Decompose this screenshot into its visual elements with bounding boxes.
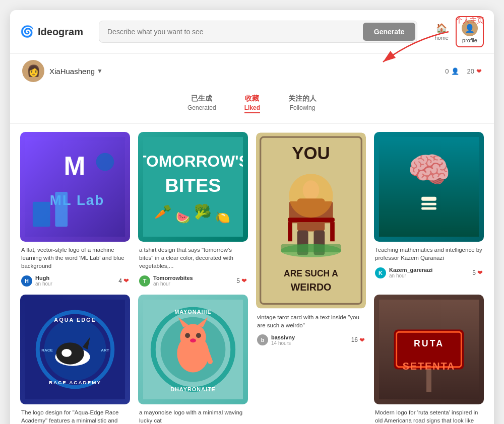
svg-rect-7 bbox=[55, 192, 68, 227]
gallery-item-1[interactable]: M ML Lab A flat, vector-style logo of a … bbox=[20, 132, 130, 287]
gallery-item-2[interactable]: TOMORROW'S BITES 🥕 🍉 🥦 🍋 a tshirt design… bbox=[138, 132, 248, 287]
image-ml: M ML Lab bbox=[20, 132, 130, 242]
svg-point-53 bbox=[180, 324, 206, 350]
svg-rect-29 bbox=[281, 244, 341, 252]
author-name-3: bassivny bbox=[271, 334, 348, 340]
image-aqua: AQUA EDGE RACE ART RACE ACADEMY bbox=[20, 295, 130, 404]
like-count-3: 16 bbox=[351, 336, 358, 343]
gallery-image-1: M ML Lab bbox=[20, 132, 130, 242]
heart-icon-4: ❤ bbox=[477, 269, 483, 276]
gallery-caption-3: vintage tarot card with a text inside "y… bbox=[256, 309, 366, 331]
post-time-2: an hour bbox=[153, 281, 233, 287]
logo[interactable]: 🌀 Ideogram bbox=[20, 25, 91, 38]
gallery-caption-4: Teaching mathematics and intelligence by… bbox=[374, 242, 484, 264]
user-name: XiaHuasheng ▼ bbox=[49, 67, 103, 76]
meta-info-3: bassivny 14 hours bbox=[271, 334, 348, 346]
svg-text:RACE: RACE bbox=[41, 348, 52, 352]
svg-text:ARE SUCH A: ARE SUCH A bbox=[284, 268, 338, 278]
svg-text:ART: ART bbox=[101, 348, 109, 352]
following-stat: 20 ❤ bbox=[467, 67, 482, 75]
followers-icon: 👤 bbox=[451, 67, 459, 75]
gallery-image-4: 🧠 bbox=[374, 132, 484, 242]
tab-liked-chinese: 收藏 bbox=[244, 94, 260, 103]
svg-text:MAYONAIIIE: MAYONAIIIE bbox=[174, 309, 212, 315]
home-icon: 🏠 bbox=[436, 23, 447, 34]
author-name-2: Tomorrowbites bbox=[153, 275, 233, 281]
svg-rect-24 bbox=[288, 218, 335, 222]
followers-stat: 0 👤 bbox=[445, 67, 459, 75]
user-avatar: 👩 bbox=[22, 60, 44, 82]
svg-rect-6 bbox=[33, 202, 50, 227]
gallery-caption-7: Modern logo for 'ruta setenta' inspired … bbox=[374, 404, 484, 424]
svg-point-56 bbox=[185, 333, 190, 338]
gallery-item-4[interactable]: 🧠 Teaching mathematics and intelligence … bbox=[374, 132, 484, 287]
gallery-image-7: RUTA SETENTA bbox=[374, 295, 484, 404]
gallery-image-5: AQUA EDGE RACE ART RACE ACADEMY bbox=[20, 295, 130, 404]
post-time-4: an hour bbox=[389, 273, 469, 278]
author-avatar-4: K bbox=[375, 267, 386, 278]
following-heart-icon: ❤ bbox=[476, 67, 482, 75]
gallery-item-3[interactable]: YOU bbox=[256, 132, 366, 424]
image-bites: TOMORROW'S BITES 🥕 🍉 🥦 🍋 bbox=[138, 132, 248, 242]
gallery-image-3: YOU bbox=[256, 132, 366, 309]
username-text: XiaHuasheng bbox=[49, 67, 95, 76]
svg-text:DHAYRONAITE: DHAYRONAITE bbox=[170, 386, 216, 392]
svg-rect-37 bbox=[421, 207, 436, 210]
svg-rect-25 bbox=[288, 222, 292, 241]
meta-info-2: Tomorrowbites an hour bbox=[153, 275, 233, 287]
like-count-2: 5 bbox=[236, 277, 240, 285]
post-time-3: 14 hours bbox=[271, 340, 348, 346]
likes-4: 5 ❤ bbox=[472, 269, 483, 276]
profile-stats: 0 👤 20 ❤ bbox=[445, 67, 482, 75]
likes-3: 16 ❤ bbox=[351, 336, 365, 344]
gallery-item-6[interactable]: MAYONAIIIE DHAYRONAITE a mayonoise logo … bbox=[138, 295, 248, 424]
tab-liked-english: Liked bbox=[244, 104, 260, 113]
gallery-image-2: TOMORROW'S BITES 🥕 🍉 🥦 🍋 bbox=[138, 132, 248, 242]
tab-generated-chinese: 已生成 bbox=[187, 94, 216, 103]
gallery-caption-5: The logo design for "Aqua-Edge Race Acad… bbox=[20, 404, 130, 424]
gallery-item-5[interactable]: AQUA EDGE RACE ART RACE ACADEMY The logo… bbox=[20, 295, 130, 424]
tab-following[interactable]: 关注的人 Following bbox=[284, 92, 321, 115]
svg-text:WEIRDO: WEIRDO bbox=[291, 281, 332, 293]
svg-text:RACE ACADEMY: RACE ACADEMY bbox=[49, 380, 101, 386]
dropdown-arrow[interactable]: ▼ bbox=[97, 67, 103, 75]
tab-following-english: Following bbox=[288, 104, 317, 111]
svg-text:🧠: 🧠 bbox=[407, 149, 451, 191]
nav-profile-label: profile bbox=[462, 37, 477, 43]
search-bar: Generate bbox=[99, 21, 417, 43]
gallery-caption-2: a tshirt design that says "tomorrow's bi… bbox=[138, 242, 248, 272]
nav-home[interactable]: 🏠 home bbox=[429, 20, 454, 44]
meta-info-4: Kazem_garenazi an hour bbox=[389, 267, 469, 278]
tab-liked[interactable]: 收藏 Liked bbox=[240, 92, 264, 115]
following-count: 20 bbox=[467, 67, 474, 75]
heart-icon-1: ❤ bbox=[123, 277, 129, 285]
logo-icon: 🌀 bbox=[20, 25, 34, 38]
app-window: 个人主页 🌀 Ideogram Generate 🏠 home 👤 profil… bbox=[10, 10, 494, 424]
profile-bar: 👩 XiaHuasheng ▼ 0 👤 20 ❤ bbox=[10, 54, 494, 88]
svg-point-43 bbox=[61, 349, 72, 357]
author-avatar-1: H bbox=[21, 275, 32, 287]
image-mayo: MAYONAIIIE DHAYRONAITE bbox=[138, 295, 248, 404]
likes-2: 5 ❤ bbox=[236, 277, 247, 285]
gallery-caption-1: A flat, vector-style logo of a machine l… bbox=[20, 242, 130, 272]
svg-text:TOMORROW'S: TOMORROW'S bbox=[143, 152, 243, 170]
tab-generated[interactable]: 已生成 Generated bbox=[183, 92, 220, 115]
like-count-4: 5 bbox=[472, 269, 476, 276]
svg-text:AQUA EDGE: AQUA EDGE bbox=[54, 317, 96, 323]
svg-point-57 bbox=[196, 333, 201, 338]
tab-generated-english: Generated bbox=[187, 104, 216, 111]
author-avatar-3: b bbox=[257, 334, 268, 345]
nav-profile[interactable]: 👤 profile bbox=[456, 16, 484, 47]
header: 🌀 Ideogram Generate 🏠 home 👤 profile bbox=[10, 10, 494, 54]
svg-text:🍋: 🍋 bbox=[215, 210, 230, 225]
search-input[interactable] bbox=[99, 21, 361, 42]
gallery-meta-1: H Hugh an hour 4 ❤ bbox=[20, 275, 130, 287]
heart-icon-2: ❤ bbox=[241, 277, 247, 285]
meta-info-1: Hugh an hour bbox=[35, 275, 115, 287]
gallery-image-6: MAYONAIIIE DHAYRONAITE bbox=[138, 295, 248, 404]
svg-text:🍉: 🍉 bbox=[175, 210, 191, 225]
gallery-item-7[interactable]: RUTA SETENTA Modern logo for 'ruta seten… bbox=[374, 295, 484, 424]
generate-button[interactable]: Generate bbox=[363, 23, 416, 41]
author-avatar-2: T bbox=[139, 275, 150, 287]
logo-text: Ideogram bbox=[38, 26, 83, 38]
